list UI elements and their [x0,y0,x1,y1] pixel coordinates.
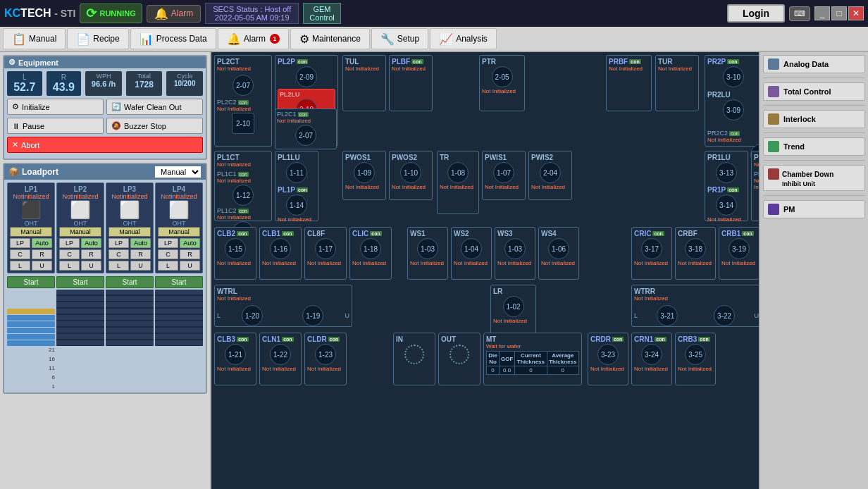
lp2-c-button[interactable]: C [59,249,80,259]
loadport-item-lp2[interactable]: LP2 Notinitialized ⬜ OHT Manual LP Auto … [56,182,104,273]
pwos2-block[interactable]: PWOS2 1-10 Not Initialized [389,151,433,200]
maximize-button[interactable]: □ [831,6,847,20]
pm-button[interactable]: PM [763,200,865,218]
initialize-button[interactable]: ⚙ Initialize [7,99,104,115]
pause-button[interactable]: ⏸ Pause [7,118,104,134]
lp3-r-button[interactable]: R [130,249,151,259]
pwis1-block[interactable]: PWIS1 1-07 Not Initialized [482,151,526,200]
lp2-start-button[interactable]: Start [56,276,104,288]
crb1-block[interactable]: CRB1 con 3-19 Not Initialized [719,227,759,280]
lp1-mode-button[interactable]: Manual [10,227,52,237]
lp3-start-button[interactable]: Start [106,276,154,288]
gem-control-button[interactable]: GEM Control [303,3,340,24]
wafer-clean-out-button[interactable]: 🔄 Wafer Clean Out [106,99,203,115]
recipe-button[interactable]: 📄 Recipe [67,28,128,49]
setup-button[interactable]: 🔧 Setup [371,28,428,49]
pl2c1-block[interactable]: PL2C1 con Not Initialized 2-07 [275,109,337,149]
lp1-l-button[interactable]: L [10,261,30,271]
lp4-l-button[interactable]: L [158,261,178,271]
fr-divider-1 [763,78,865,78]
wtrl-block[interactable]: WTRL Not Initialized L 1-20 1-19 U [214,285,352,327]
process-data-button[interactable]: 📊 Process Data [130,28,216,49]
total-control-button[interactable]: Total Control [763,82,865,101]
crdr-block[interactable]: CRDR con 3-23 Not Initialized [588,333,628,385]
ptr-block[interactable]: PTR 2-05 Not Initialized [479,55,525,111]
cldr-block[interactable]: CLDR con 1-23 Not Initialized [304,333,347,385]
loadport-mode-select[interactable]: Manual Auto [154,166,202,178]
lp4-auto-button[interactable]: Auto [180,238,200,248]
loadport-item-lp4[interactable]: LP4 Notinitialized ⬜ OHT Manual LP Auto … [155,182,203,273]
pr1ct-block[interactable]: PR1CT Not Initialized PR1C1 con Not Init… [751,151,759,221]
buzzer-stop-button[interactable]: 🔕 Buzzer Stop [106,118,203,134]
alarm-header-button[interactable]: 🔔 Alarm [147,5,201,23]
loadport-item-lp1[interactable]: LP1 Notinitialized ⬛ OHT Manual LP Auto … [7,182,55,273]
ws4-block[interactable]: WS4 1-06 Not Initialized [538,227,579,280]
pr1lu-block[interactable]: PR1LU 3-13 PR1P con 3-14 Not Initialized [705,151,748,221]
chamber-down-button[interactable]: Chamber Down Inhibit Unit [763,165,865,191]
pl1lu-block[interactable]: PL1LU 1-11 PL1P con 1-14 Not Initialized [275,151,318,221]
ws3-block[interactable]: WS3 1-03 Not Initialized [495,227,535,280]
interlock-button[interactable]: Interlock [763,110,865,128]
keyboard-button[interactable]: ⌨ [789,6,810,21]
lp3-auto-button[interactable]: Auto [130,238,151,248]
lp1-c-button[interactable]: C [10,249,30,259]
lp2-l-button[interactable]: L [59,261,80,271]
lp3-l-button[interactable]: L [108,261,129,271]
crb3-block[interactable]: CRB3 con 3-25 Not Initialized [675,333,716,385]
prbf-block[interactable]: PRBF con Not Initialized [606,55,652,111]
pl2c2-sub: PL2C2 con Not Initialized 2-10 [217,99,269,134]
lp1-auto-button[interactable]: Auto [32,238,52,248]
trend-button[interactable]: Trend [763,137,865,156]
pr2-group[interactable]: PR2P con 3-10 PR2CT Not Initialized PR2L… [705,55,759,147]
mt-block[interactable]: MT Wait for wafer Die No GOF Current Thi… [483,333,582,385]
out-block[interactable]: OUT [438,333,480,385]
lp4-c-button[interactable]: C [158,249,178,259]
pwis2-block[interactable]: PWIS2 2-04 Not Initialized [528,151,572,200]
minimize-button[interactable]: _ [814,6,830,20]
clb3-block[interactable]: CLB3 con 1-21 Not Initialized [214,333,256,385]
loadport-item-lp3[interactable]: LP3 Notinitialized ⬜ OHT Manual LP Auto … [106,182,154,273]
ws2-block[interactable]: WS2 1-04 Not Initialized [451,227,492,280]
lp4-start-button[interactable]: Start [155,276,203,288]
ws1-block[interactable]: WS1 1-03 Not Initialized [407,227,448,280]
clic-block[interactable]: CLIC con 1-18 Not Initialized [349,227,392,280]
login-button[interactable]: Login [727,4,785,23]
lp2-mode-button[interactable]: Manual [59,227,101,237]
cl8f-block[interactable]: CL8F 1-17 Not Initialized [304,227,347,280]
lp1-r-button[interactable]: R [32,249,52,259]
pr2lu-pr2c1-row: PR2LU 3-09 PR2C1 con Not Initialized 3-1… [707,91,759,127]
tur-block[interactable]: TUR Not Initialized [655,55,699,111]
maintenance-button[interactable]: ⚙ Maintenance [290,28,370,49]
lp3-c-button[interactable]: C [108,249,129,259]
lp1-u-button[interactable]: U [32,261,52,271]
lp2-r-button[interactable]: R [81,249,101,259]
crn1-block[interactable]: CRN1 con 3-24 Not Initialized [631,333,672,385]
analog-data-button[interactable]: Analog Data [763,55,865,73]
tr-block[interactable]: TR 1-08 Not Initialized [437,151,479,214]
lp2-u-button[interactable]: U [81,261,101,271]
pl1ct-block[interactable]: PL1CT Not Initialized PL1C1 con Not Init… [214,151,272,221]
lp2-auto-button[interactable]: Auto [81,238,101,248]
lp3-u-button[interactable]: U [130,261,151,271]
pl2ct-block[interactable]: PL2CT Not Initialized 2-07 PL2C2 con Not… [214,55,272,147]
cln1-block[interactable]: CLN1 con 1-22 Not Initialized [259,333,302,385]
cric-block[interactable]: CRIC con 3-17 Not Initialized [631,227,672,280]
close-button[interactable]: ✕ [848,6,864,20]
tul-block[interactable]: TUL Not Initialized [342,55,386,111]
lp1-start-button[interactable]: Start [7,276,55,288]
alarm-button[interactable]: 🔔 Alarm 1 [218,28,289,49]
lp3-mode-button[interactable]: Manual [108,227,151,237]
lp4-mode-button[interactable]: Manual [158,227,200,237]
in-block[interactable]: IN [393,333,435,385]
manual-button[interactable]: 📋 Manual [3,28,66,49]
pwos1-block[interactable]: PWOS1 1-09 Not Initialized [342,151,386,200]
plbf-block[interactable]: PLBF con Not Initialized [389,55,433,111]
lp4-u-button[interactable]: U [180,261,200,271]
clb2-block[interactable]: CLB2 con 1-15 Not Initialized [214,227,256,280]
wtrr-block[interactable]: WTRR Not Initialized L 3-21 3-22 U [631,285,759,327]
analysis-button[interactable]: 📈 Analysis [430,28,497,49]
lp4-r-button[interactable]: R [180,249,200,259]
abort-button[interactable]: ✕ Abort [7,137,203,153]
clb1-block[interactable]: CLB1 con 1-16 Not Initialized [259,227,302,280]
crbf-block[interactable]: CRBF 3-18 Not Initialized [675,227,716,280]
